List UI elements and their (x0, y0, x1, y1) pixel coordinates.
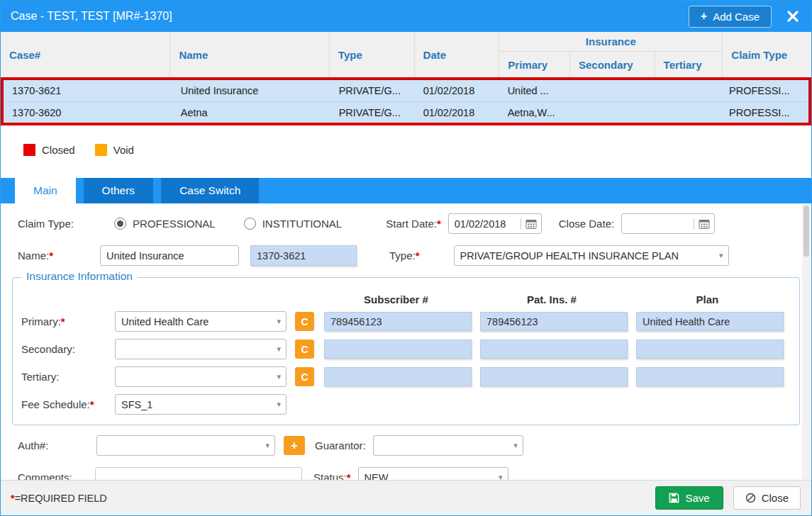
case-window: Case - TEST, TEST [MR#-1370] + Add Case … (0, 0, 812, 516)
insurance-information-title: Insurance Information (21, 270, 138, 283)
name-type-row: Name:* United Insurance 1370-3621 Type:*… (18, 245, 811, 266)
cell-primary: Aetna,W... (499, 107, 569, 118)
type-label: Type:* (389, 249, 420, 262)
chevron-down-icon: ▾ (719, 251, 723, 260)
radio-institutional[interactable]: INSTITUTIONAL (244, 218, 343, 230)
secondary-c-button[interactable]: C (295, 340, 314, 359)
column-header-tertiary[interactable]: Tertiary (655, 52, 723, 77)
add-auth-button[interactable]: + (284, 436, 305, 455)
auth-guarantor-row: Auth#: ▾ + Guarantor: ▾ (18, 435, 811, 456)
tertiary-label: Tertiary: (21, 371, 115, 383)
tab-case-switch[interactable]: Case Switch (161, 178, 259, 203)
column-header-date[interactable]: Date (415, 32, 500, 77)
column-header-case-number[interactable]: Case# (1, 32, 170, 77)
secondary-subscriber-input[interactable] (324, 340, 472, 359)
column-group-insurance: Insurance Primary Secondary Tertiary (499, 32, 723, 77)
add-case-button[interactable]: + Add Case (689, 6, 772, 28)
insurance-information-section: Insurance Information Subscriber # Pat. … (12, 277, 800, 425)
radio-button-icon (244, 218, 256, 230)
cell-primary: United ... (499, 85, 569, 96)
calendar-icon[interactable] (694, 218, 710, 230)
column-header-name[interactable]: Name (170, 32, 329, 77)
primary-insurance-row: Primary:* United Health Care ▾ C 7894561… (21, 311, 789, 332)
case-rows-highlight-box: 1370-3621 United Insurance PRIVATE/G... … (1, 77, 811, 125)
closed-color-swatch (23, 144, 35, 156)
close-label: Close (762, 492, 789, 504)
tertiary-insurance-row: Tertiary: ▾ C (21, 366, 789, 387)
case-grid-header: Case# Name Type Date Insurance Primary S… (1, 32, 811, 77)
cell-name: United Insurance (172, 85, 330, 96)
save-button[interactable]: Save (655, 486, 723, 510)
tertiary-subscriber-input[interactable] (324, 367, 472, 386)
claim-type-label: Claim Type: (18, 218, 110, 230)
primary-subscriber-input[interactable]: 789456123 (324, 312, 472, 331)
type-dropdown[interactable]: PRIVATE/GROUP HEALTH INSURANCE PLAN ▾ (454, 245, 729, 266)
chevron-down-icon: ▾ (277, 317, 281, 326)
column-header-type[interactable]: Type (330, 32, 415, 77)
pat-ins-header: Pat. Ins. # (478, 293, 625, 305)
column-header-claim-type[interactable]: Claim Type (723, 32, 811, 77)
secondary-plan-field[interactable] (636, 340, 784, 359)
tab-bar: Main Others Case Switch (1, 178, 811, 203)
fee-schedule-dropdown[interactable]: SFS_1 ▾ (115, 394, 287, 415)
primary-c-button[interactable]: C (295, 312, 314, 331)
tertiary-pat-ins-input[interactable] (480, 367, 628, 386)
column-header-secondary[interactable]: Secondary (570, 52, 655, 77)
tertiary-c-button[interactable]: C (295, 367, 314, 386)
guarantor-label: Guarantor: (315, 439, 366, 452)
chevron-down-icon: ▾ (265, 441, 269, 450)
subscriber-header: Subscriber # (323, 293, 469, 305)
secondary-carrier-dropdown[interactable]: ▾ (115, 339, 287, 359)
chevron-down-icon: ▾ (277, 372, 281, 381)
titlebar: Case - TEST, TEST [MR#-1370] + Add Case (1, 1, 811, 32)
close-date-label: Close Date: (559, 218, 614, 230)
cell-date: 01/02/2018 (415, 85, 499, 96)
start-date-label: Start Date:* (386, 218, 441, 230)
tab-main[interactable]: Main (15, 178, 76, 203)
footer-bar: *=REQUIRED FIELD Save Close (1, 480, 811, 515)
chevron-down-icon: ▾ (277, 400, 281, 409)
tertiary-plan-field[interactable] (636, 367, 784, 386)
calendar-icon[interactable] (521, 218, 537, 230)
required-field-note: *=REQUIRED FIELD (11, 493, 107, 504)
plan-header: Plan (634, 293, 781, 305)
secondary-pat-ins-input[interactable] (480, 340, 628, 359)
column-header-insurance: Insurance (499, 32, 722, 52)
tertiary-carrier-dropdown[interactable]: ▾ (115, 366, 287, 387)
fee-schedule-label: Fee Schedule:* (21, 398, 115, 410)
case-row[interactable]: 1370-3621 United Insurance PRIVATE/G... … (4, 80, 808, 101)
guarantor-dropdown[interactable]: ▾ (373, 435, 523, 456)
save-icon (669, 493, 679, 503)
fee-schedule-row: Fee Schedule:* SFS_1 ▾ (21, 394, 789, 415)
cell-type: PRIVATE/G... (330, 85, 415, 96)
vertical-scrollbar[interactable] (802, 204, 811, 480)
case-row[interactable]: 1370-3620 Aetna PRIVATE/G... 01/02/2018 … (4, 101, 808, 123)
primary-carrier-dropdown[interactable]: United Health Care ▾ (115, 311, 287, 332)
cancel-circle-icon (745, 493, 756, 503)
primary-label: Primary:* (21, 315, 115, 327)
void-color-swatch (95, 144, 107, 156)
auth-dropdown[interactable]: ▾ (96, 435, 275, 456)
status-legend: Closed Void (23, 142, 811, 157)
insurance-column-headers: Subscriber # Pat. Ins. # Plan (21, 293, 789, 305)
claim-type-row: Claim Type: PROFESSIONAL INSTITUTIONAL S… (18, 213, 811, 234)
window-title: Case - TEST, TEST [MR#-1370] (11, 10, 689, 23)
close-x-icon (786, 9, 800, 23)
cell-claim-type: PROFESSI... (721, 85, 808, 96)
name-input[interactable]: United Insurance (100, 245, 239, 266)
cell-type: PRIVATE/G... (330, 107, 415, 118)
primary-pat-ins-input[interactable]: 789456123 (480, 312, 628, 331)
cell-case-number: 1370-3620 (4, 107, 172, 118)
close-button[interactable]: Close (733, 486, 801, 510)
tab-others[interactable]: Others (84, 178, 154, 203)
save-label: Save (685, 492, 709, 504)
window-close-button[interactable] (786, 9, 800, 23)
scrollbar-thumb[interactable] (803, 206, 809, 257)
primary-plan-field[interactable]: United Health Care (636, 312, 784, 331)
column-header-primary[interactable]: Primary (499, 52, 570, 77)
close-date-input[interactable] (621, 213, 715, 234)
cell-case-number: 1370-3621 (4, 85, 172, 96)
secondary-label: Secondary: (21, 343, 115, 355)
radio-professional[interactable]: PROFESSIONAL (114, 218, 216, 230)
start-date-input[interactable]: 01/02/2018 (448, 213, 542, 234)
